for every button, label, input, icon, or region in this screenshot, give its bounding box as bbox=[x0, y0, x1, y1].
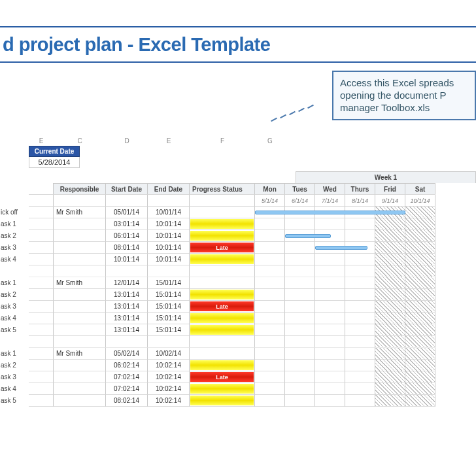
calendar-cell[interactable] bbox=[255, 254, 285, 265]
responsible-cell[interactable] bbox=[54, 242, 106, 254]
col-header-responsible[interactable]: Responsible bbox=[54, 183, 106, 195]
calendar-cell[interactable] bbox=[255, 301, 285, 313]
progress-cell[interactable] bbox=[190, 324, 255, 336]
calendar-cell[interactable] bbox=[315, 360, 345, 371]
calendar-cell[interactable] bbox=[405, 371, 435, 383]
calendar-cell[interactable] bbox=[285, 395, 315, 407]
calendar-cell[interactable] bbox=[405, 383, 435, 395]
calendar-cell[interactable] bbox=[405, 313, 435, 324]
end-date-cell[interactable]: 10:02:14 bbox=[148, 371, 190, 383]
calendar-cell[interactable] bbox=[405, 242, 435, 254]
calendar-cell[interactable] bbox=[405, 230, 435, 242]
calendar-cell[interactable] bbox=[315, 277, 345, 289]
table-row[interactable]: 07:02:1410:02:14 bbox=[29, 383, 476, 395]
table-row[interactable]: 08:01:1410:01:14Late bbox=[29, 242, 476, 254]
table-row[interactable]: Mr Smith05/01/1410/01/14 bbox=[29, 207, 476, 218]
task-name-cell[interactable]: ask 4 bbox=[0, 383, 27, 395]
table-row[interactable]: 03:01:1410:01:14 bbox=[29, 218, 476, 230]
calendar-cell[interactable] bbox=[345, 301, 375, 313]
start-date-cell[interactable]: 08:02:14 bbox=[106, 395, 148, 407]
calendar-cell[interactable] bbox=[345, 277, 375, 289]
calendar-cell[interactable] bbox=[345, 371, 375, 383]
col-header-start[interactable]: Start Date bbox=[106, 183, 148, 195]
calendar-cell[interactable] bbox=[405, 324, 435, 336]
table-row[interactable]: 07:02:1410:02:14Late bbox=[29, 371, 476, 383]
end-date-cell[interactable]: 10:01:14 bbox=[148, 230, 190, 242]
task-name-cell[interactable]: ask 2 bbox=[0, 230, 27, 242]
start-date-cell[interactable]: 03:01:14 bbox=[106, 218, 148, 230]
progress-cell[interactable] bbox=[190, 360, 255, 371]
responsible-cell[interactable] bbox=[54, 254, 106, 265]
calendar-cell[interactable] bbox=[315, 395, 345, 407]
end-date-cell[interactable]: 15:01:14 bbox=[148, 324, 190, 336]
calendar-cell[interactable] bbox=[285, 383, 315, 395]
calendar-cell[interactable] bbox=[405, 360, 435, 371]
end-date-cell[interactable]: 15:01:14 bbox=[148, 301, 190, 313]
calendar-cell[interactable] bbox=[285, 360, 315, 371]
table-row[interactable]: 08:02:1410:02:14 bbox=[29, 395, 476, 407]
table-row[interactable]: Mr Smith12/01/1415/01/14 bbox=[29, 277, 476, 289]
calendar-cell[interactable] bbox=[375, 383, 405, 395]
task-name-cell[interactable]: ask 3 bbox=[0, 301, 27, 313]
calendar-cell[interactable] bbox=[255, 289, 285, 301]
calendar-cell[interactable] bbox=[315, 254, 345, 265]
calendar-cell[interactable] bbox=[285, 254, 315, 265]
task-name-cell[interactable]: ask 5 bbox=[0, 324, 27, 336]
calendar-cell[interactable] bbox=[375, 301, 405, 313]
calendar-cell[interactable] bbox=[255, 230, 285, 242]
end-date-cell[interactable]: 10:01:14 bbox=[148, 242, 190, 254]
task-name-cell[interactable]: ick off bbox=[0, 207, 27, 218]
calendar-cell[interactable] bbox=[405, 277, 435, 289]
gantt-bar[interactable] bbox=[285, 234, 331, 238]
calendar-cell[interactable] bbox=[255, 395, 285, 407]
calendar-cell[interactable] bbox=[315, 289, 345, 301]
calendar-cell[interactable] bbox=[405, 207, 435, 218]
calendar-cell[interactable] bbox=[405, 348, 435, 360]
table-row[interactable]: 10:01:1410:01:14 bbox=[29, 254, 476, 265]
calendar-cell[interactable] bbox=[285, 348, 315, 360]
calendar-cell[interactable] bbox=[285, 301, 315, 313]
calendar-cell[interactable] bbox=[285, 218, 315, 230]
calendar-cell[interactable] bbox=[285, 242, 315, 254]
calendar-cell[interactable] bbox=[375, 277, 405, 289]
table-row[interactable]: 13:01:1415:01:14 bbox=[29, 289, 476, 301]
start-date-cell[interactable]: 10:01:14 bbox=[106, 254, 148, 265]
calendar-cell[interactable] bbox=[255, 348, 285, 360]
calendar-cell[interactable] bbox=[255, 324, 285, 336]
calendar-cell[interactable] bbox=[375, 371, 405, 383]
responsible-cell[interactable]: Mr Smith bbox=[54, 207, 106, 218]
task-name-cell[interactable]: ask 1 bbox=[0, 277, 27, 289]
calendar-cell[interactable] bbox=[315, 348, 345, 360]
calendar-cell[interactable] bbox=[375, 395, 405, 407]
end-date-cell[interactable]: 10:01:14 bbox=[148, 218, 190, 230]
col-header-end[interactable]: End Date bbox=[148, 183, 190, 195]
progress-cell[interactable] bbox=[190, 277, 255, 289]
calendar-cell[interactable] bbox=[375, 360, 405, 371]
table-row[interactable]: 13:01:1415:01:14Late bbox=[29, 301, 476, 313]
calendar-cell[interactable] bbox=[375, 218, 405, 230]
end-date-cell[interactable]: 15/01/14 bbox=[148, 277, 190, 289]
start-date-cell[interactable]: 07:02:14 bbox=[106, 371, 148, 383]
progress-cell[interactable] bbox=[190, 289, 255, 301]
calendar-cell[interactable] bbox=[345, 395, 375, 407]
gantt-bar[interactable] bbox=[255, 211, 405, 214]
calendar-cell[interactable] bbox=[405, 289, 435, 301]
start-date-cell[interactable]: 05/01/14 bbox=[106, 207, 148, 218]
calendar-cell[interactable] bbox=[345, 383, 375, 395]
calendar-cell[interactable] bbox=[315, 324, 345, 336]
responsible-cell[interactable] bbox=[54, 383, 106, 395]
responsible-cell[interactable]: Mr Smith bbox=[54, 277, 106, 289]
task-name-cell[interactable]: ask 2 bbox=[0, 360, 27, 371]
calendar-cell[interactable] bbox=[255, 371, 285, 383]
calendar-cell[interactable] bbox=[285, 371, 315, 383]
start-date-cell[interactable]: 13:01:14 bbox=[106, 289, 148, 301]
responsible-cell[interactable] bbox=[54, 360, 106, 371]
end-date-cell[interactable]: 10/02/14 bbox=[148, 348, 190, 360]
progress-cell[interactable] bbox=[190, 395, 255, 407]
table-row[interactable]: 06:02:1410:02:14 bbox=[29, 360, 476, 371]
calendar-cell[interactable] bbox=[255, 360, 285, 371]
calendar-cell[interactable] bbox=[345, 313, 375, 324]
start-date-cell[interactable]: 05/02/14 bbox=[106, 348, 148, 360]
calendar-cell[interactable] bbox=[375, 289, 405, 301]
progress-cell[interactable] bbox=[190, 218, 255, 230]
